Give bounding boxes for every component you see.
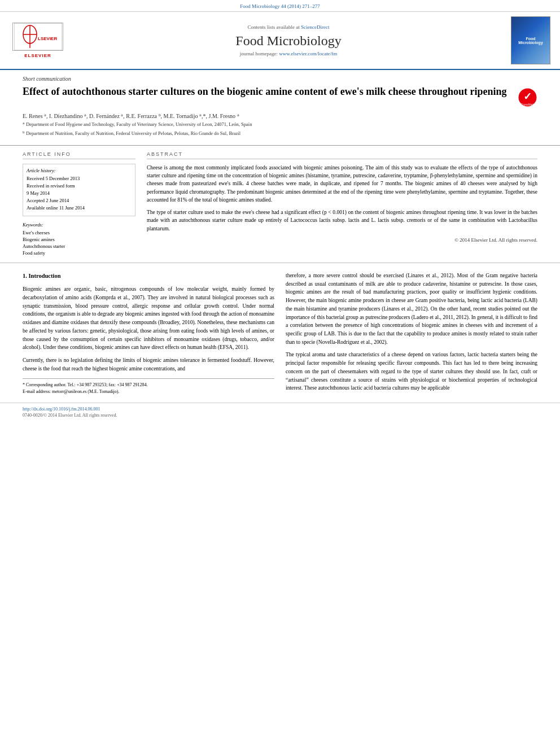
- received-revised-label: Received in revised form: [27, 183, 132, 189]
- affiliation-a: ᵃ Department of Food Hygiene and Technol…: [23, 121, 537, 128]
- authors-line: E. Renes ᵃ, I. Diezhandino ᵃ, D. Fernánd…: [23, 113, 537, 119]
- svg-text:✓: ✓: [523, 91, 532, 102]
- body-columns: 1. Introduction Biogenic amines are orga…: [23, 272, 537, 397]
- revised-date: 9 May 2014: [27, 190, 132, 196]
- keyword-2: Biogenic amines: [23, 237, 135, 242]
- article-type: Short communication: [23, 76, 537, 82]
- journal-title-area: Contents lists available at ScienceDirec…: [75, 16, 502, 64]
- homepage-url[interactable]: www.elsevier.com/locate/fm: [279, 51, 337, 56]
- article-history: Article history: Received 5 December 201…: [23, 164, 135, 216]
- body-col-right: therefore, a more severe control should …: [286, 272, 537, 397]
- article-info-heading: ARTICLE INFO: [23, 151, 135, 159]
- keyword-3: Autochthonous starter: [23, 243, 135, 249]
- body-right-para1: therefore, a more severe control should …: [286, 272, 537, 346]
- journal-header: LSEVIER ELSEVIER Contents lists availabl…: [0, 12, 560, 70]
- keywords-title: Keywords:: [23, 222, 135, 228]
- journal-thumbnail: FoodMicrobiology: [508, 16, 553, 64]
- page-footer: http://dx.doi.org/10.1016/j.fm.2014.06.0…: [0, 403, 560, 421]
- crossmark-icon[interactable]: ✓ CrossMark: [518, 88, 537, 107]
- article-header: Short communication Effect of autochthon…: [0, 70, 560, 146]
- article-title-row: Effect of autochthonous starter cultures…: [23, 85, 537, 107]
- svg-text:CrossMark: CrossMark: [520, 103, 535, 106]
- journal-homepage: journal homepage: www.elsevier.com/locat…: [240, 51, 337, 56]
- keyword-4: Food safety: [23, 250, 135, 256]
- body-right-para2: The typical aroma and taste characterist…: [286, 351, 537, 392]
- sciencedirect-line: Contents lists available at ScienceDirec…: [248, 24, 330, 30]
- body-col-left: 1. Introduction Biogenic amines are orga…: [23, 272, 274, 397]
- footer-issn: 0740-0020/© 2014 Elsevier Ltd. All right…: [23, 413, 537, 418]
- affiliation-b: ᵇ Department of Nutrition, Faculty of Nu…: [23, 130, 537, 137]
- body-para1: Biogenic amines are organic, basic, nitr…: [23, 285, 274, 352]
- keyword-1: Ewe's cheeses: [23, 230, 135, 235]
- sciencedirect-link[interactable]: ScienceDirect: [301, 24, 329, 30]
- article-title: Effect of autochthonous starter cultures…: [23, 85, 512, 98]
- journal-title: Food Microbiology: [235, 33, 341, 49]
- footnote-corresponding: * Corresponding author. Tel.: +34 987 29…: [23, 382, 274, 388]
- publisher-logo-area: LSEVIER ELSEVIER: [7, 16, 69, 64]
- article-info-abstract: ARTICLE INFO Article history: Received 5…: [0, 146, 560, 263]
- footnote-email: E-mail address: metorr@unileon.es (M.E. …: [23, 388, 274, 395]
- elsevier-logo-image: LSEVIER: [12, 23, 63, 51]
- svg-text:LSEVIER: LSEVIER: [38, 36, 57, 41]
- footnote-area: * Corresponding author. Tel.: +34 987 29…: [23, 378, 274, 394]
- article-info-col: ARTICLE INFO Article history: Received 5…: [23, 151, 135, 257]
- doi-link[interactable]: http://dx.doi.org/10.1016/j.fm.2014.06.0…: [23, 407, 537, 412]
- received-date: Received 5 December 2013: [27, 176, 132, 182]
- available-online: Available online 11 June 2014: [27, 205, 132, 211]
- abstract-para2: The type of starter culture used to make…: [147, 208, 537, 233]
- body-para2: Currently, there is no legislation defin…: [23, 356, 274, 373]
- intro-heading: 1. Introduction: [23, 272, 274, 281]
- accepted-date: Accepted 2 June 2014: [27, 198, 132, 204]
- abstract-heading: ABSTRACT: [147, 151, 537, 159]
- abstract-text: Cheese is among the most commonly implic…: [147, 164, 537, 233]
- journal-reference: Food Microbiology 44 (2014) 271–277: [0, 0, 560, 12]
- history-label: Article history:: [27, 168, 132, 173]
- copyright-line: © 2014 Elsevier Ltd. All rights reserved…: [147, 237, 537, 243]
- abstract-para1: Cheese is among the most commonly implic…: [147, 164, 537, 204]
- main-body: 1. Introduction Biogenic amines are orga…: [0, 263, 560, 403]
- elsevier-label: ELSEVIER: [24, 53, 51, 58]
- abstract-col: ABSTRACT Cheese is among the most common…: [147, 151, 537, 257]
